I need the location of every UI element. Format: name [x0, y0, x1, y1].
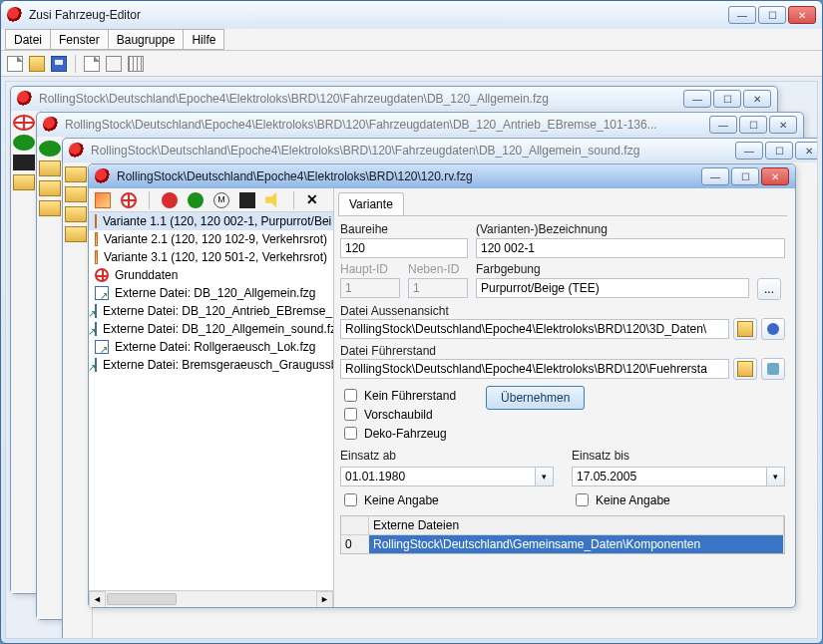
label-cab-file: Datei Führerstand	[340, 344, 785, 358]
loco-icon[interactable]	[239, 192, 255, 208]
copy-icon[interactable]	[84, 56, 100, 72]
main-titlebar[interactable]: Zusi Fahrzeug-Editor — ☐ ✕	[1, 1, 822, 29]
tree-item-label: Externe Datei: Bremsgeraeusch_Graugussb	[103, 358, 333, 372]
folder-icon[interactable]	[39, 200, 61, 216]
tree-item[interactable]: Externe Datei: DB_120_Allgemein.fzg	[89, 284, 333, 302]
folder-icon[interactable]	[65, 186, 87, 202]
folder-icon[interactable]	[39, 180, 61, 196]
tree-item[interactable]: Externe Datei: Rollgeraeusch_Lok.fzg	[89, 338, 333, 356]
speaker-icon[interactable]	[265, 192, 281, 208]
columns-icon[interactable]	[128, 56, 144, 72]
wheel-icon[interactable]	[13, 115, 35, 131]
scroll-left[interactable]: ◄	[89, 591, 106, 607]
view-cab-button[interactable]	[761, 358, 785, 380]
child-close[interactable]: ✕	[743, 90, 771, 108]
tree-item[interactable]: Externe Datei: DB_120_Allgemein_sound.fz	[89, 320, 333, 338]
green-dot-icon[interactable]	[13, 135, 35, 151]
folder-icon[interactable]	[13, 174, 35, 190]
color-more-button[interactable]: ...	[757, 278, 781, 300]
folder-icon[interactable]	[65, 206, 87, 222]
child-min[interactable]: —	[735, 142, 763, 160]
from-dropdown[interactable]: ▾	[536, 467, 554, 486]
folder-icon[interactable]	[65, 166, 87, 182]
to-dropdown[interactable]: ▾	[767, 467, 785, 486]
chk-deco[interactable]	[344, 427, 357, 440]
child-max[interactable]: ☐	[739, 116, 767, 134]
chk-preview[interactable]	[344, 408, 357, 421]
grid-row-index: 0	[341, 535, 369, 553]
delete-icon[interactable]: ✕	[306, 192, 322, 208]
tree-item[interactable]: Externe Datei: Bremsgeraeusch_Graugussb	[89, 356, 333, 374]
menubar: Datei Fenster Baugruppe Hilfe	[1, 29, 822, 51]
record-icon[interactable]	[162, 192, 178, 208]
mdi-area: RollingStock\Deutschland\Epoche4\Elektro…	[5, 81, 818, 639]
tree-item[interactable]: Variante 3.1 (120, 120 501-2, Verkehrsro…	[89, 248, 333, 266]
menu-file[interactable]: Datei	[5, 29, 51, 50]
child-max[interactable]: ☐	[765, 142, 793, 160]
hscrollbar[interactable]: ◄ ►	[89, 590, 333, 607]
input-from[interactable]	[340, 467, 536, 486]
preview-icon	[767, 363, 779, 375]
doc-icon	[69, 143, 85, 159]
tree-item-label: Externe Datei: Rollgeraeusch_Lok.fzg	[115, 340, 315, 354]
input-sub-id	[408, 278, 468, 298]
wheel-icon[interactable]	[121, 192, 137, 208]
tree[interactable]: Variante 1.1 (120, 120 002-1, Purpurrot/…	[89, 212, 333, 590]
loco-icon[interactable]	[13, 155, 35, 170]
folder-icon[interactable]	[65, 226, 87, 242]
child-min[interactable]: —	[683, 90, 711, 108]
tree-item[interactable]: Variante 1.1 (120, 120 002-1, Purpurrot/…	[89, 212, 333, 230]
external-files-grid[interactable]: Externe Dateien 0 RollingStock\Deutschla…	[340, 515, 785, 554]
child-close[interactable]: ✕	[769, 116, 797, 134]
child-min[interactable]: —	[701, 167, 729, 185]
tree-item[interactable]: Grunddaten	[89, 266, 333, 284]
close-button[interactable]: ✕	[788, 6, 816, 24]
child-max[interactable]: ☐	[713, 90, 741, 108]
apply-button[interactable]: Übernehmen	[486, 386, 585, 410]
child-title: RollingStock\Deutschland\Epoche4\Elektro…	[91, 144, 735, 158]
tree-item[interactable]: Externe Datei: DB_120_Antrieb_EBremse_10	[89, 302, 333, 320]
chk-to-none[interactable]	[576, 493, 589, 506]
browse-exterior-button[interactable]	[733, 318, 757, 340]
child-max[interactable]: ☐	[731, 167, 759, 185]
child-close[interactable]: ✕	[761, 167, 789, 185]
child-min[interactable]: —	[709, 116, 737, 134]
menu-assembly[interactable]: Baugruppe	[108, 29, 185, 50]
scroll-right[interactable]: ►	[316, 591, 333, 607]
app-icon	[7, 7, 23, 23]
save-icon[interactable]	[51, 56, 67, 72]
label-from-none: Keine Angabe	[364, 493, 439, 507]
menu-window[interactable]: Fenster	[50, 29, 109, 50]
new-icon[interactable]	[7, 56, 23, 72]
input-exterior-file[interactable]	[340, 319, 729, 339]
browse-cab-button[interactable]	[733, 358, 757, 380]
input-designation[interactable]	[476, 238, 785, 258]
input-color[interactable]	[476, 278, 749, 298]
child-window-active[interactable]: RollingStock\Deutschland\Epoche4\Elektro…	[88, 163, 796, 608]
minimize-button[interactable]: —	[728, 6, 756, 24]
tree-item[interactable]: Variante 2.1 (120, 120 102-9, Verkehrsro…	[89, 230, 333, 248]
tree-item-label: Grunddaten	[115, 268, 178, 282]
input-series[interactable]	[340, 238, 468, 258]
open-icon[interactable]	[29, 56, 45, 72]
scroll-thumb[interactable]	[107, 593, 177, 605]
wheel-icon	[95, 268, 109, 282]
m-icon[interactable]: M	[213, 192, 229, 208]
input-to[interactable]	[572, 467, 767, 486]
view-exterior-button[interactable]	[761, 318, 785, 340]
folder-icon[interactable]	[39, 161, 61, 176]
open-icon	[737, 321, 753, 337]
green-dot-icon[interactable]	[39, 141, 61, 157]
tabstrip: Variante	[338, 192, 787, 216]
grid-row[interactable]: 0 RollingStock\Deutschland\Gemeinsame_Da…	[341, 535, 784, 553]
input-cab-file[interactable]	[340, 359, 729, 379]
maximize-button[interactable]: ☐	[758, 6, 786, 24]
tab-variante[interactable]: Variante	[338, 192, 404, 215]
menu-help[interactable]: Hilfe	[183, 29, 224, 50]
chk-no-cab[interactable]	[344, 389, 357, 402]
variant-icon[interactable]	[95, 192, 111, 208]
chk-from-none[interactable]	[344, 493, 357, 506]
list-icon[interactable]	[106, 56, 122, 72]
child-close[interactable]: ✕	[795, 142, 818, 160]
green-dot-icon[interactable]	[188, 192, 204, 208]
